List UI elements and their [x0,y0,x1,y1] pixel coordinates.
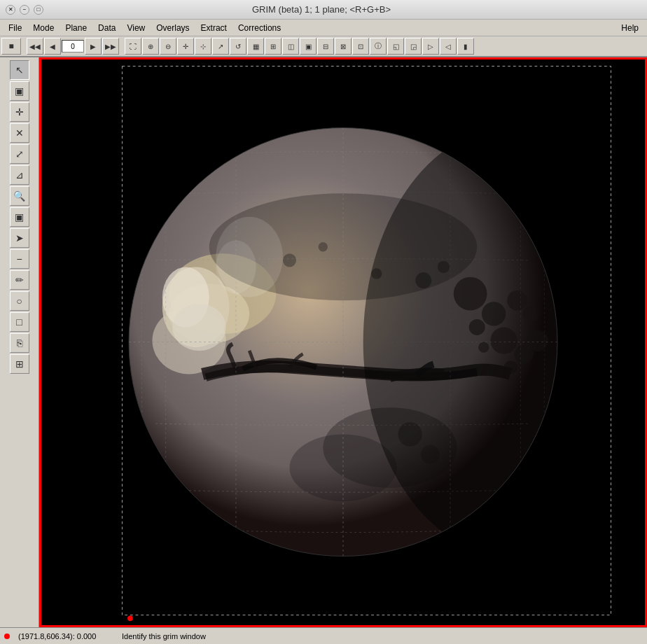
menu-overlays[interactable]: Overlays [151,22,195,34]
toolbar-rewind-btn[interactable]: ◁ [440,38,457,55]
svg-point-27 [290,434,397,501]
toolbar-pan-btn[interactable]: ✛ [177,38,194,55]
tool-row-11: ✏ [10,270,29,290]
toolbar-frame-btn[interactable]: ▣ [300,38,316,55]
toolbar-group-tools: ⛶ ⊕ ⊖ ✛ ⊹ ↗ ↺ ▦ ⊞ ◫ ▣ ⊟ ⊠ ⊡ ⓘ ◱ ◲ ▷ ◁ ▮ [125,38,474,55]
toolbar-lock-btn[interactable]: ⊡ [352,38,369,55]
maximize-button[interactable]: □ [34,5,43,15]
tool-resize[interactable]: ⤢ [10,144,29,164]
status-indicator [4,634,10,639]
toolbar-next-btn[interactable]: ▶ [85,38,102,55]
toolbar-group-nav: ◀◀ ◀ ▶ ▶▶ [27,38,119,55]
menu-extract[interactable]: Extract [195,22,232,34]
toolbar-group-mode: ■ [1,38,21,55]
menu-data[interactable]: Data [92,22,121,34]
planet-display [41,59,645,625]
tool-frame[interactable]: ▣ [10,207,29,227]
toolbar: ■ ◀◀ ◀ ▶ ▶▶ ⛶ ⊕ ⊖ ✛ ⊹ ↗ ↺ ▦ ⊞ ◫ ▣ ⊟ ⊠ ⊡ … [0,36,647,57]
menu-file[interactable]: File [3,22,27,34]
status-bar: (1971.8,606.34): 0.000 Identify this gri… [0,627,647,644]
menu-bar: File Mode Plane Data View Overlays Extra… [0,20,647,36]
toolbar-frame-input[interactable] [62,40,84,52]
svg-point-33 [216,240,256,293]
toolbar-grid-btn[interactable]: ⊞ [265,38,281,55]
tool-rect[interactable]: ▣ [10,81,29,101]
toolbar-arrow-btn[interactable]: ↗ [212,38,229,55]
toolbar-stack-btn[interactable]: ⊟ [317,38,334,55]
tool-row-12: ○ [10,291,29,311]
tool-pipe[interactable]: ⊿ [10,165,29,185]
tool-minus[interactable]: − [10,249,29,269]
tool-row-3: ✛ [10,102,29,122]
menu-mode[interactable]: Mode [27,22,60,34]
tool-import[interactable]: ⊞ [10,354,29,374]
tool-row-10: − [10,249,29,269]
tool-row-15: ⊞ [10,354,29,374]
close-button[interactable]: ✕ [6,5,15,15]
tool-row-6: ⊿ [10,165,29,185]
toolbar-next-skip-btn[interactable]: ▶▶ [102,38,119,55]
tool-row-8: ▣ [10,207,29,227]
menu-plane[interactable]: Plane [60,22,92,34]
toolbar-rotate-btn[interactable]: ↺ [230,38,246,55]
window-title: GRIM (beta) 1; 1 plane; <R+G+B> [43,4,599,15]
menu-help[interactable]: Help [615,22,644,34]
tool-move[interactable]: ✛ [10,102,29,122]
title-bar: ✕ − □ GRIM (beta) 1; 1 plane; <R+G+B> [0,0,647,20]
menu-corrections[interactable]: Corrections [232,22,286,34]
tool-cross[interactable]: ✕ [10,123,29,143]
title-bar-controls[interactable]: ✕ − □ [6,5,43,15]
tool-row-2: ▣ [10,81,29,101]
tool-row-9: ➤ [10,228,29,248]
tool-row-4: ✕ [10,123,29,143]
minimize-button[interactable]: − [20,5,29,15]
status-message: Identify this grim window [122,632,643,640]
tool-magnify[interactable]: 🔍 [10,186,29,206]
tool-pointer[interactable]: ↖ [10,60,29,80]
svg-point-36 [127,616,133,622]
tool-row-14: ⎘ [10,333,29,353]
tool-stamp[interactable]: ⎘ [10,333,29,353]
tool-circle[interactable]: ○ [10,291,29,311]
menu-view[interactable]: View [121,22,151,34]
toolbar-zoom-in-btn[interactable]: ⊕ [142,38,159,55]
toolbar-display-btn[interactable]: ■ [1,38,21,55]
toolbar-select-btn[interactable]: ⛶ [125,38,141,55]
tool-row-13: □ [10,312,29,332]
tool-pencil[interactable]: ✏ [10,270,29,290]
toolbar-zoombox-btn[interactable]: ⊠ [335,38,352,55]
main-area: ↖ ▣ ✛ ✕ ⤢ ⊿ 🔍 ▣ ➤ − ✏ ○ [0,57,647,627]
toolbox: ↖ ▣ ✛ ✕ ⤢ ⊿ 🔍 ▣ ➤ − ✏ ○ [0,57,39,627]
tool-row-7: 🔍 [10,186,29,206]
toolbar-prev-btn[interactable]: ◀ [44,38,61,55]
toolbar-unknown1-btn[interactable]: ◲ [405,38,422,55]
tool-row-1: ↖ [10,60,29,80]
status-coordinates: (1971.8,606.34): 0.000 [18,632,116,640]
svg-point-9 [172,304,225,351]
tool-arrow[interactable]: ➤ [10,228,29,248]
tool-row-5: ⤢ [10,144,29,164]
toolbar-invert-btn[interactable]: ◫ [282,38,299,55]
toolbar-zoom-out-btn[interactable]: ⊖ [160,38,176,55]
toolbar-histogram-btn[interactable]: ▦ [247,38,264,55]
toolbar-forward-btn[interactable]: ▮ [457,38,474,55]
toolbar-unknown2-btn[interactable]: ▷ [422,38,439,55]
tool-square[interactable]: □ [10,312,29,332]
toolbar-info-btn[interactable]: ⓘ [370,38,387,55]
canvas-area[interactable] [39,57,647,627]
toolbar-crosshair-btn[interactable]: ⊹ [195,38,211,55]
toolbar-prev-skip-btn[interactable]: ◀◀ [27,38,43,55]
toolbar-color-btn[interactable]: ◱ [387,38,404,55]
